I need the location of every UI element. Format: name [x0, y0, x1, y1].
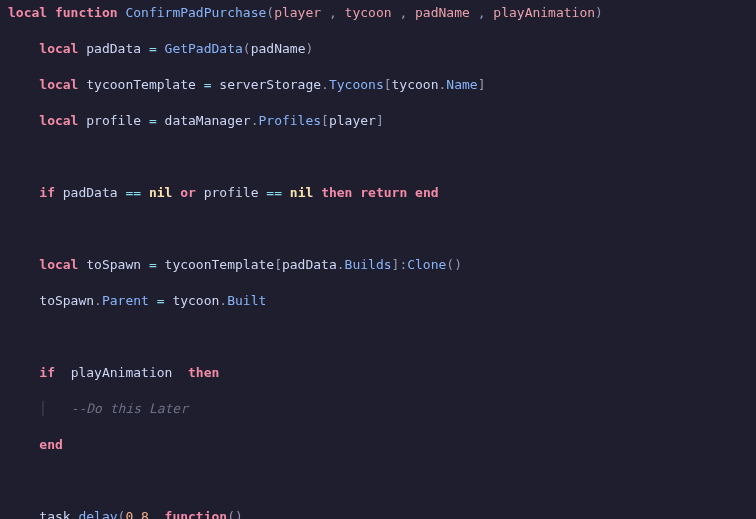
comment: --Do this Later [71, 401, 188, 416]
param: padName [415, 5, 470, 20]
code-line: if playAnimation then [8, 364, 748, 382]
paren: ( [266, 5, 274, 20]
code-line [8, 148, 748, 166]
code-line: local tycoonTemplate = serverStorage.Tyc… [8, 76, 748, 94]
code-line: toSpawn.Parent = tycoon.Built [8, 292, 748, 310]
code-line: if padData == nil or profile == nil then… [8, 184, 748, 202]
indent-guide: │ [39, 401, 47, 416]
param: player [274, 5, 321, 20]
code-line: end [8, 436, 748, 454]
keyword-function: function [55, 5, 118, 20]
code-line: task.delay(0.8, function() [8, 508, 748, 519]
code-line: │ --Do this Later [8, 400, 748, 418]
function-name: ConfirmPadPurchase [125, 5, 266, 20]
code-line: local function ConfirmPadPurchase(player… [8, 4, 748, 22]
param: playAnimation [493, 5, 595, 20]
param: tycoon [345, 5, 392, 20]
code-line: local padData = GetPadData(padName) [8, 40, 748, 58]
keyword-local: local [8, 5, 47, 20]
code-line: local profile = dataManager.Profiles[pla… [8, 112, 748, 130]
code-line [8, 328, 748, 346]
code-line: local toSpawn = tycoonTemplate[padData.B… [8, 256, 748, 274]
code-line [8, 472, 748, 490]
code-editor[interactable]: local function ConfirmPadPurchase(player… [0, 0, 756, 519]
code-line [8, 220, 748, 238]
